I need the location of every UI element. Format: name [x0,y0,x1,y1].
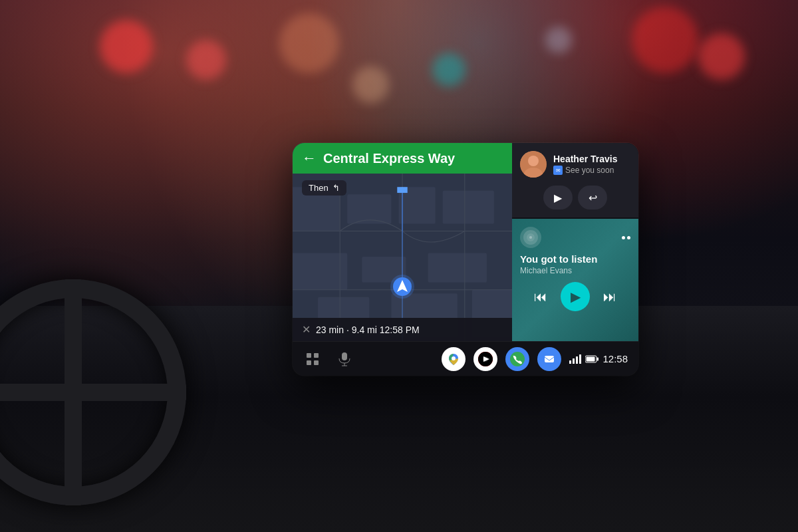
svg-rect-31 [307,360,311,365]
bokeh-light [352,66,389,103]
album-icon [520,227,541,248]
phone-app-button[interactable] [505,347,529,371]
svg-rect-4 [443,191,494,224]
right-widgets: Heather Travis ✉ See you soon ▶ ↩ [512,143,638,341]
eta-separator: · [346,325,352,335]
avatar [520,151,547,178]
svg-rect-44 [545,356,554,362]
mic-button[interactable] [335,350,354,368]
svg-point-42 [510,352,525,366]
play-pause-button[interactable]: ▶ [561,282,590,311]
svg-rect-33 [342,352,347,360]
navigation-arrow-icon [390,275,414,299]
bokeh-light [186,40,226,80]
eta-info: 23 min · 9.4 mi 12:58 PM [316,325,420,335]
messages-app-button[interactable] [537,347,561,371]
svg-point-37 [452,356,456,360]
contact-actions: ▶ ↩ [520,186,630,209]
play-message-button[interactable]: ▶ [543,186,573,209]
steering-wheel [0,279,186,505]
youtube-music-app-button[interactable] [473,347,497,371]
then-arrow-icon: ↰ [332,183,340,193]
svg-rect-47 [576,356,578,364]
message-icon: ✉ [553,166,563,175]
nav-header: ← Central Express Way [293,143,512,174]
reply-button[interactable]: ↩ [578,186,607,209]
android-auto-screen: ← Central Express Way Then ↰ [293,143,638,376]
svg-rect-51 [587,356,595,361]
turn-arrow-icon: ← [302,150,317,167]
bokeh-light [279,13,339,73]
screen-content: ← Central Express Way Then ↰ [293,143,638,376]
svg-rect-2 [347,194,391,223]
svg-rect-32 [314,360,319,365]
eta-time: 23 min [316,325,344,335]
music-card: You got to listen Michael Evans ⏮ ▶ ⏭ [512,219,638,341]
taskbar-apps [436,347,567,371]
dot-active [622,236,625,239]
svg-rect-29 [307,353,311,358]
signal-bars-icon [569,354,581,364]
street-name: Central Express Way [323,151,503,166]
eta-distance: 9.4 mi [352,325,377,335]
svg-rect-46 [573,358,575,364]
bokeh-light [545,27,572,53]
music-top-row [520,227,630,248]
contact-details: Heather Travis ✉ See you soon [553,154,630,176]
contact-info: Heather Travis ✉ See you soon [520,151,630,178]
time-display: 12:58 [602,353,628,364]
svg-rect-45 [569,360,571,364]
contact-name: Heather Travis [553,154,630,165]
contact-card: Heather Travis ✉ See you soon ▶ ↩ [512,143,638,217]
contact-status-row: ✉ See you soon [553,166,630,175]
bokeh-light [432,53,466,86]
close-icon[interactable]: ✕ [302,323,311,336]
taskbar-left [303,350,434,368]
svg-point-28 [529,236,532,239]
map-eta: ✕ 23 min · 9.4 mi 12:58 PM [293,318,512,341]
avatar-image [520,151,547,178]
google-maps-app-button[interactable] [442,347,466,371]
music-controls: ⏮ ▶ ⏭ [520,282,630,311]
dot-active-2 [627,236,630,239]
music-progress-dots [622,236,630,239]
bokeh-light [698,33,745,80]
svg-rect-50 [597,357,599,360]
svg-rect-48 [579,354,581,364]
then-label: Then [309,183,329,193]
app-grid-button[interactable] [303,350,322,368]
svg-point-41 [483,356,488,362]
svg-rect-7 [428,253,487,283]
music-title: You got to listen [520,253,630,265]
svg-point-24 [528,156,539,166]
location-marker [390,275,414,301]
main-content-row: ← Central Express Way Then ↰ [293,143,638,341]
prev-track-button[interactable]: ⏮ [531,287,550,307]
svg-rect-19 [397,187,407,193]
svg-rect-30 [314,353,319,358]
contact-message: See you soon [565,166,614,175]
nav-then: Then ↰ [302,180,346,196]
next-track-button[interactable]: ⏭ [600,287,619,307]
battery-icon [585,355,598,363]
map-panel: ← Central Express Way Then ↰ [293,143,512,341]
taskbar-right: 12:58 [569,353,628,364]
svg-rect-5 [293,253,347,290]
music-artist: Michael Evans [520,266,630,275]
taskbar: 12:58 [293,341,638,376]
music-card-content: You got to listen Michael Evans ⏮ ▶ ⏭ [520,227,630,311]
bokeh-light [100,20,153,73]
eta-clock: 12:58 PM [380,325,420,335]
bokeh-light [632,7,698,73]
